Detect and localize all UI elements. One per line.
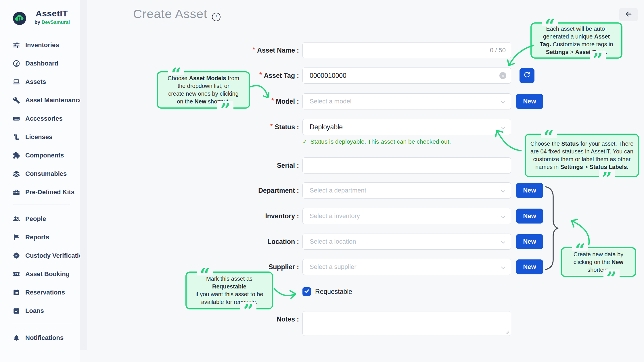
inventory-select[interactable]: Select a inventory [302, 208, 511, 224]
sidebar-item-dashboard[interactable]: Dashboard [0, 54, 80, 73]
sidebar-item-accessories[interactable]: Accessories [0, 109, 80, 128]
app-logo-icon [13, 11, 26, 25]
select-placeholder: Select a model [303, 98, 352, 105]
new-supplier-button[interactable]: New [516, 259, 543, 274]
sidebar-item-label: Loans [25, 307, 44, 315]
serial-label: Serial : [184, 157, 299, 174]
byline-brand: DevSamurai [42, 20, 70, 25]
close-quote-icon: ” [599, 170, 615, 180]
select-placeholder: Select a inventory [303, 212, 360, 220]
sidebar-divider [13, 205, 70, 205]
sidebar-item-label: Assets [25, 78, 46, 86]
open-quote-icon: “ [168, 66, 184, 75]
requestable-checkbox[interactable] [302, 287, 311, 296]
resize-handle-icon[interactable] [505, 330, 509, 334]
sidebar-item-people[interactable]: People [0, 210, 80, 228]
new-department-button[interactable]: New [516, 183, 543, 198]
sidebar: AssetIT by DevSamurai Inventories Dashbo… [0, 0, 80, 362]
sidebar-item-reservations[interactable]: Reservations [0, 283, 80, 302]
callout-asset-tag: “ Each asset will be auto-generated a un… [530, 22, 622, 59]
arrow-left-icon [625, 10, 632, 19]
sidebar-item-components[interactable]: Components [0, 146, 80, 165]
select-value: Deployable [303, 123, 343, 131]
info-icon[interactable]: ! [212, 13, 221, 21]
wrench-icon [13, 97, 20, 104]
gauge-icon [13, 60, 20, 67]
new-model-button[interactable]: New [516, 94, 543, 109]
check-icon [304, 288, 310, 295]
users-icon [13, 215, 20, 223]
close-quote-icon: ” [240, 302, 256, 312]
location-label: Location : [184, 234, 299, 250]
clear-icon[interactable] [499, 72, 506, 79]
sidebar-item-custody-verification[interactable]: Custody Verification [0, 247, 80, 265]
sidebar-item-label: Pre-Defined Kits [25, 188, 74, 196]
chevron-down-icon [501, 100, 506, 103]
ticket-icon [13, 270, 20, 278]
sidebar-item-asset-maintenance[interactable]: Asset Maintenance [0, 91, 80, 109]
new-inventory-button[interactable]: New [516, 209, 543, 224]
scroll-icon [13, 133, 20, 141]
new-location-button[interactable]: New [516, 234, 543, 249]
location-select[interactable]: Select a location [302, 234, 511, 250]
check-icon: ✓ [302, 138, 308, 145]
chevron-down-icon [501, 265, 506, 269]
back-button[interactable] [619, 8, 638, 21]
sidebar-item-inventories[interactable]: Inventories [0, 36, 80, 54]
close-quote-icon: ” [217, 101, 233, 111]
puzzle-icon [13, 152, 20, 159]
label-text: Model : [276, 98, 299, 105]
sidebar-item-label: Licenses [25, 133, 52, 141]
arrow-to-requestable [273, 286, 299, 301]
label-text: Notes : [277, 315, 299, 323]
label-text: Supplier : [269, 263, 299, 271]
sidebar-item-label: Asset Booking [25, 270, 70, 278]
serial-input[interactable] [303, 158, 511, 173]
department-select[interactable]: Select a department [302, 182, 511, 199]
sidebar-item-label: People [25, 215, 46, 223]
layers-icon [13, 170, 20, 178]
sidebar-item-notifications[interactable]: Notifications [0, 329, 80, 347]
sidebar-item-label: Dashboard [25, 60, 58, 67]
sidebar-item-loans[interactable]: Loans [0, 302, 80, 320]
status-message-text: Status is deployable. This asset can be … [310, 138, 451, 145]
sidebar-item-consumables[interactable]: Consumables [0, 165, 80, 183]
sidebar-item-asset-booking[interactable]: Asset Booking [0, 265, 80, 283]
requestable-label: Requestable [315, 287, 352, 296]
sidebar-item-pre-defined-kits[interactable]: Pre-Defined Kits [0, 183, 80, 201]
sidebar-item-label: Consumables [25, 170, 67, 178]
sidebar-item-reports[interactable]: Reports [0, 228, 80, 247]
sliders-icon [13, 41, 20, 49]
status-label: *Status : [184, 119, 299, 135]
asset-name-input[interactable] [303, 43, 511, 58]
status-select[interactable]: Deployable [302, 119, 511, 135]
select-placeholder: Select a supplier [303, 263, 356, 271]
callout-new-shortcut: “ Create new data byclicking on the News… [561, 247, 636, 277]
asset-tag-input[interactable] [303, 68, 511, 83]
calendar-icon [13, 289, 20, 296]
sidebar-item-assets[interactable]: Assets [0, 73, 80, 91]
select-placeholder: Select a department [303, 187, 366, 194]
label-text: Department : [258, 187, 299, 195]
flag-icon [13, 234, 20, 241]
bell-icon [13, 334, 20, 342]
label-text: Asset Name : [257, 47, 299, 54]
asset-name-field: 0 / 50 [302, 42, 511, 58]
chevron-down-icon [501, 240, 506, 243]
keyboard-icon [13, 115, 20, 122]
open-quote-icon: “ [541, 128, 557, 138]
label-text: Inventory : [265, 212, 299, 220]
supplier-select[interactable]: Select a supplier [302, 259, 511, 275]
sidebar-item-licenses[interactable]: Licenses [0, 128, 80, 146]
required-asterisk: * [270, 122, 273, 130]
create-asset-screen: AssetIT by DevSamurai Inventories Dashbo… [0, 0, 644, 362]
sidebar-item-label: Reports [25, 234, 49, 241]
sidebar-item-label: Reservations [25, 289, 65, 296]
notes-textarea[interactable] [303, 311, 511, 336]
scrollbar-track[interactable] [80, 0, 87, 350]
model-select[interactable]: Select a model [302, 93, 511, 109]
department-label: Department : [184, 182, 299, 199]
app-byline: by DevSamurai [34, 20, 70, 25]
regenerate-tag-button[interactable] [520, 68, 534, 83]
arrow-to-status [493, 125, 524, 154]
